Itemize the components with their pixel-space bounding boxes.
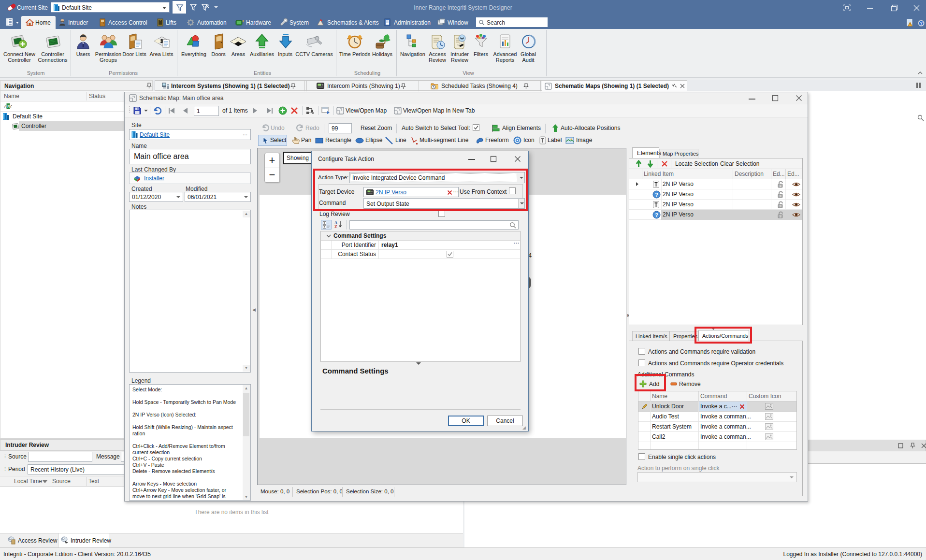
- svg-text:Z: Z: [334, 224, 337, 229]
- svg-text:A: A: [4, 104, 7, 109]
- svg-text:?: ?: [655, 192, 658, 198]
- svg-text:?: ?: [655, 212, 658, 218]
- svg-text:?: ?: [920, 21, 922, 26]
- svg-text:C: C: [10, 104, 12, 109]
